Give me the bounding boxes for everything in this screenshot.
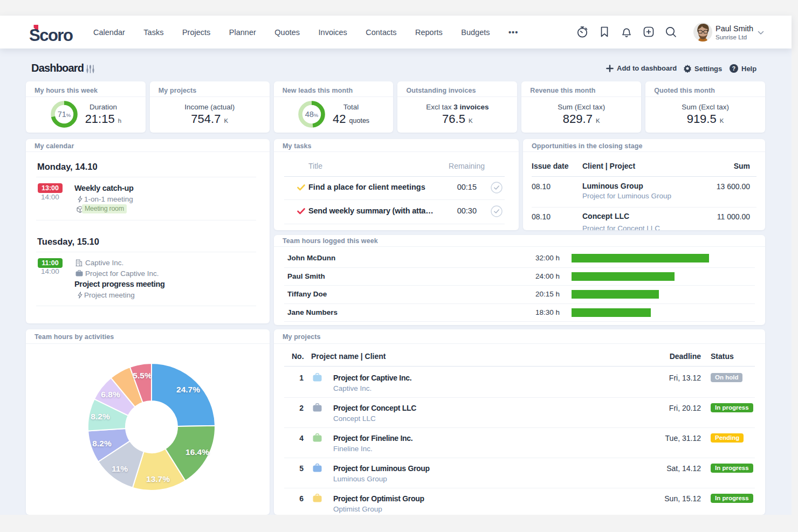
svg-text:?: ? — [732, 66, 735, 72]
svg-text:48%: 48% — [305, 110, 319, 119]
svg-text:24.7%: 24.7% — [176, 385, 200, 394]
svg-text:Scoro: Scoro — [29, 26, 73, 45]
svg-text:13.7%: 13.7% — [146, 474, 170, 483]
svg-text:71%: 71% — [57, 110, 71, 119]
svg-text:6.8%: 6.8% — [101, 390, 120, 399]
svg-text:8.2%: 8.2% — [91, 412, 110, 421]
svg-text:16.4%: 16.4% — [185, 447, 209, 457]
svg-text:5.5%: 5.5% — [133, 371, 152, 380]
svg-text:11%: 11% — [112, 464, 128, 473]
svg-text:8.2%: 8.2% — [92, 439, 112, 448]
